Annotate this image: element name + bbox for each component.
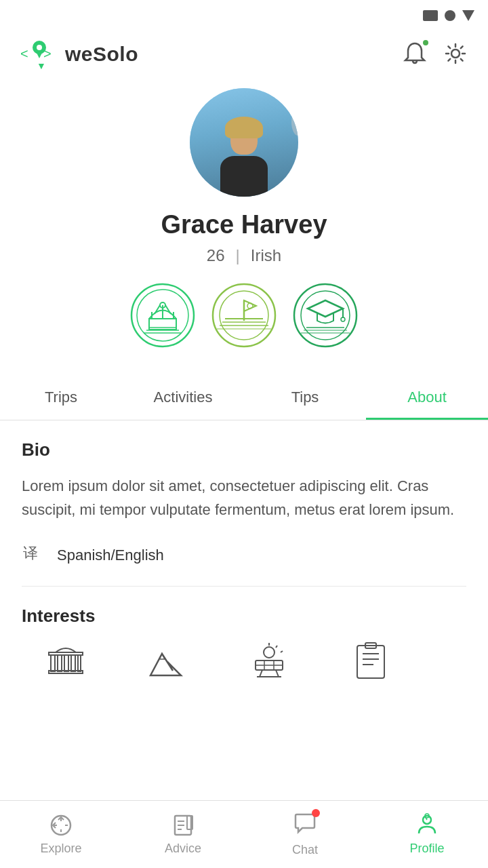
- settings-button[interactable]: [442, 40, 469, 69]
- svg-line-39: [276, 646, 277, 648]
- svg-point-22: [294, 284, 357, 347]
- tabs: Trips Activities Tips About: [0, 375, 488, 420]
- interests-title: Interests: [22, 606, 466, 627]
- svg-marker-4: [35, 50, 43, 58]
- svg-point-41: [264, 647, 274, 658]
- nav-advice[interactable]: Advice: [122, 806, 244, 863]
- interests-section: Interests: [0, 606, 488, 681]
- profile-icon: [415, 813, 439, 837]
- explore-label: Explore: [40, 842, 81, 856]
- badges-row: [129, 281, 359, 349]
- interest-mountains: [123, 640, 211, 681]
- nav-chat[interactable]: Chat: [244, 805, 366, 864]
- interests-row: [22, 640, 466, 681]
- notification-badge: [422, 39, 430, 47]
- extra-icon: [350, 640, 391, 681]
- svg-point-21: [247, 303, 253, 309]
- user-name: Grace Harvey: [161, 210, 327, 239]
- badge-education: [291, 281, 359, 349]
- signal-icon: [423, 10, 438, 21]
- svg-line-47: [276, 670, 279, 677]
- interest-extra: [327, 640, 415, 681]
- advice-icon: [171, 813, 195, 837]
- user-age: 26: [207, 246, 225, 265]
- culture-icon: [45, 640, 86, 681]
- svg-rect-34: [64, 655, 68, 671]
- bio-text: Lorem ipsum dolor sit amet, consectetuer…: [22, 474, 466, 521]
- svg-point-6: [451, 50, 460, 58]
- svg-rect-36: [78, 655, 81, 671]
- tab-activities[interactable]: Activities: [122, 375, 244, 420]
- svg-text:<: <: [20, 46, 28, 61]
- header-actions: [401, 40, 469, 69]
- app-name: weSolo: [65, 43, 138, 66]
- wifi-icon: [445, 10, 455, 21]
- explore-icon: [49, 813, 73, 837]
- svg-rect-49: [357, 646, 384, 678]
- tab-about[interactable]: About: [366, 375, 488, 420]
- interest-culture: [22, 640, 110, 681]
- svg-line-40: [281, 651, 283, 652]
- meta-divider: |: [236, 246, 240, 265]
- interest-landmarks: [225, 640, 313, 681]
- user-nationality: Irish: [251, 246, 281, 265]
- app-header: < > ▼ weSolo: [0, 27, 488, 81]
- main-content: Bio Lorem ipsum dolor sit amet, consecte…: [0, 420, 488, 587]
- logo-icon: < > ▼: [19, 34, 60, 75]
- svg-line-46: [260, 670, 262, 677]
- chat-label: Chat: [292, 843, 318, 857]
- status-bar: [0, 0, 488, 27]
- notifications-button[interactable]: [401, 40, 428, 69]
- nav-profile[interactable]: Profile: [366, 806, 488, 863]
- bio-title: Bio: [22, 439, 466, 460]
- svg-rect-32: [51, 655, 55, 671]
- tab-tips[interactable]: Tips: [244, 375, 366, 420]
- badge-city: [129, 281, 197, 349]
- badge-travel: [210, 281, 278, 349]
- mountains-icon: [147, 640, 188, 681]
- profile-section: Grace Harvey 26 | Irish: [0, 81, 488, 370]
- chat-icon-wrap: [293, 812, 317, 839]
- language-value: Spanish/English: [57, 547, 164, 564]
- nav-explore[interactable]: Explore: [0, 806, 122, 863]
- advice-label: Advice: [165, 842, 201, 856]
- svg-point-3: [37, 45, 42, 50]
- svg-rect-33: [58, 655, 62, 671]
- chat-badge: [312, 809, 320, 817]
- avatar: [190, 88, 298, 197]
- tab-trips[interactable]: Trips: [0, 375, 122, 420]
- svg-text:▼: ▼: [37, 60, 46, 71]
- profile-label: Profile: [409, 842, 444, 856]
- svg-text:译: 译: [23, 545, 38, 561]
- battery-icon: [462, 10, 474, 21]
- language-row: 译 Spanish/English: [22, 540, 466, 587]
- svg-rect-35: [71, 655, 75, 671]
- language-icon: 译: [22, 540, 46, 570]
- bottom-nav: Explore Advice Chat: [0, 800, 488, 868]
- logo: < > ▼ weSolo: [19, 34, 138, 75]
- svg-marker-24: [308, 300, 343, 317]
- landmarks-icon: [249, 640, 289, 681]
- user-meta: 26 | Irish: [207, 246, 281, 265]
